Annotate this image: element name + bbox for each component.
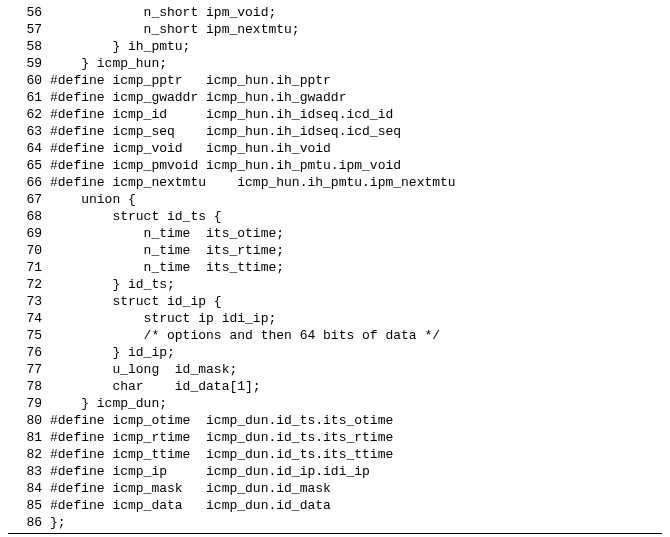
line-number: 74 bbox=[8, 310, 50, 327]
line-content: char id_data[1]; bbox=[50, 378, 261, 395]
line-number: 77 bbox=[8, 361, 50, 378]
code-line: 57 n_short ipm_nextmtu; bbox=[8, 21, 662, 38]
line-number: 66 bbox=[8, 174, 50, 191]
line-number: 78 bbox=[8, 378, 50, 395]
line-number: 61 bbox=[8, 89, 50, 106]
line-number: 63 bbox=[8, 123, 50, 140]
code-line: 81#define icmp_rtime icmp_dun.id_ts.its_… bbox=[8, 429, 662, 446]
line-number: 58 bbox=[8, 38, 50, 55]
line-content: union { bbox=[50, 191, 136, 208]
code-line: 75 /* options and then 64 bits of data *… bbox=[8, 327, 662, 344]
line-number: 72 bbox=[8, 276, 50, 293]
code-line: 63#define icmp_seq icmp_hun.ih_idseq.icd… bbox=[8, 123, 662, 140]
line-content: n_short ipm_void; bbox=[50, 4, 276, 21]
line-content: n_short ipm_nextmtu; bbox=[50, 21, 300, 38]
code-line: 68 struct id_ts { bbox=[8, 208, 662, 225]
code-line: 72 } id_ts; bbox=[8, 276, 662, 293]
code-line: 70 n_time its_rtime; bbox=[8, 242, 662, 259]
filename-label: ip_icmp.h bbox=[8, 533, 662, 537]
code-line: 79 } icmp_dun; bbox=[8, 395, 662, 412]
line-number: 86 bbox=[8, 514, 50, 531]
code-line: 66#define icmp_nextmtu icmp_hun.ih_pmtu.… bbox=[8, 174, 662, 191]
line-content: } ih_pmtu; bbox=[50, 38, 190, 55]
code-line: 73 struct id_ip { bbox=[8, 293, 662, 310]
line-number: 59 bbox=[8, 55, 50, 72]
line-number: 83 bbox=[8, 463, 50, 480]
line-content: #define icmp_otime icmp_dun.id_ts.its_ot… bbox=[50, 412, 393, 429]
line-number: 62 bbox=[8, 106, 50, 123]
line-content: } id_ts; bbox=[50, 276, 175, 293]
line-content: #define icmp_data icmp_dun.id_data bbox=[50, 497, 331, 514]
code-line: 86}; bbox=[8, 514, 662, 531]
code-line: 80#define icmp_otime icmp_dun.id_ts.its_… bbox=[8, 412, 662, 429]
line-number: 64 bbox=[8, 140, 50, 157]
line-content: u_long id_mask; bbox=[50, 361, 237, 378]
line-content: struct id_ip { bbox=[50, 293, 222, 310]
line-number: 68 bbox=[8, 208, 50, 225]
line-content: #define icmp_pmvoid icmp_hun.ih_pmtu.ipm… bbox=[50, 157, 401, 174]
code-line: 76 } id_ip; bbox=[8, 344, 662, 361]
line-number: 79 bbox=[8, 395, 50, 412]
code-listing: 56 n_short ipm_void;57 n_short ipm_nextm… bbox=[8, 4, 662, 531]
line-number: 70 bbox=[8, 242, 50, 259]
line-content: #define icmp_nextmtu icmp_hun.ih_pmtu.ip… bbox=[50, 174, 456, 191]
line-content: /* options and then 64 bits of data */ bbox=[50, 327, 440, 344]
line-content: #define icmp_gwaddr icmp_hun.ih_gwaddr bbox=[50, 89, 346, 106]
code-line: 58 } ih_pmtu; bbox=[8, 38, 662, 55]
code-line: 67 union { bbox=[8, 191, 662, 208]
line-number: 81 bbox=[8, 429, 50, 446]
code-line: 85#define icmp_data icmp_dun.id_data bbox=[8, 497, 662, 514]
code-line: 78 char id_data[1]; bbox=[8, 378, 662, 395]
line-content: #define icmp_void icmp_hun.ih_void bbox=[50, 140, 331, 157]
code-line: 71 n_time its_ttime; bbox=[8, 259, 662, 276]
code-line: 60#define icmp_pptr icmp_hun.ih_pptr bbox=[8, 72, 662, 89]
code-line: 59 } icmp_hun; bbox=[8, 55, 662, 72]
code-line: 74 struct ip idi_ip; bbox=[8, 310, 662, 327]
line-content: #define icmp_ip icmp_dun.id_ip.idi_ip bbox=[50, 463, 370, 480]
line-content: } icmp_hun; bbox=[50, 55, 167, 72]
code-line: 83#define icmp_ip icmp_dun.id_ip.idi_ip bbox=[8, 463, 662, 480]
line-number: 60 bbox=[8, 72, 50, 89]
code-line: 65#define icmp_pmvoid icmp_hun.ih_pmtu.i… bbox=[8, 157, 662, 174]
line-number: 65 bbox=[8, 157, 50, 174]
line-number: 67 bbox=[8, 191, 50, 208]
line-content: #define icmp_ttime icmp_dun.id_ts.its_tt… bbox=[50, 446, 393, 463]
code-line: 56 n_short ipm_void; bbox=[8, 4, 662, 21]
code-line: 62#define icmp_id icmp_hun.ih_idseq.icd_… bbox=[8, 106, 662, 123]
line-number: 57 bbox=[8, 21, 50, 38]
line-number: 73 bbox=[8, 293, 50, 310]
line-content: #define icmp_rtime icmp_dun.id_ts.its_rt… bbox=[50, 429, 393, 446]
line-number: 56 bbox=[8, 4, 50, 21]
code-line: 69 n_time its_otime; bbox=[8, 225, 662, 242]
line-content: struct id_ts { bbox=[50, 208, 222, 225]
line-number: 85 bbox=[8, 497, 50, 514]
line-content: n_time its_ttime; bbox=[50, 259, 284, 276]
code-line: 84#define icmp_mask icmp_dun.id_mask bbox=[8, 480, 662, 497]
line-content: } icmp_dun; bbox=[50, 395, 167, 412]
line-number: 80 bbox=[8, 412, 50, 429]
line-content: struct ip idi_ip; bbox=[50, 310, 276, 327]
line-content: n_time its_rtime; bbox=[50, 242, 284, 259]
code-line: 82#define icmp_ttime icmp_dun.id_ts.its_… bbox=[8, 446, 662, 463]
code-line: 77 u_long id_mask; bbox=[8, 361, 662, 378]
line-content: #define icmp_id icmp_hun.ih_idseq.icd_id bbox=[50, 106, 393, 123]
line-number: 75 bbox=[8, 327, 50, 344]
line-content: }; bbox=[50, 514, 66, 531]
line-content: } id_ip; bbox=[50, 344, 175, 361]
code-line: 61#define icmp_gwaddr icmp_hun.ih_gwaddr bbox=[8, 89, 662, 106]
line-content: #define icmp_seq icmp_hun.ih_idseq.icd_s… bbox=[50, 123, 401, 140]
line-number: 71 bbox=[8, 259, 50, 276]
line-number: 76 bbox=[8, 344, 50, 361]
line-number: 69 bbox=[8, 225, 50, 242]
line-number: 82 bbox=[8, 446, 50, 463]
code-line: 64#define icmp_void icmp_hun.ih_void bbox=[8, 140, 662, 157]
line-number: 84 bbox=[8, 480, 50, 497]
line-content: n_time its_otime; bbox=[50, 225, 284, 242]
line-content: #define icmp_pptr icmp_hun.ih_pptr bbox=[50, 72, 331, 89]
line-content: #define icmp_mask icmp_dun.id_mask bbox=[50, 480, 331, 497]
